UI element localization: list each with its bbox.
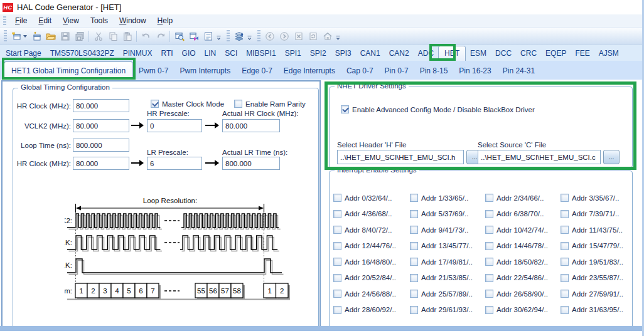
cut-button[interactable] xyxy=(91,29,105,43)
interrupt-addr-checkbox-25[interactable]: Addr 25/57/89/.. xyxy=(410,290,485,298)
device-tab-dcc[interactable]: DCC xyxy=(491,46,516,60)
het-tab-edge-interrupts[interactable]: Edge Interrupts xyxy=(278,62,341,80)
interrupt-addr-checkbox-18[interactable]: Addr 18/50/82/.. xyxy=(485,258,561,266)
interrupt-addr-checkbox-13[interactable]: Addr 13/45/77/.. xyxy=(410,242,485,250)
device-tab-sci[interactable]: SCI xyxy=(220,46,242,60)
copy-button[interactable] xyxy=(105,29,120,43)
source-file-field[interactable] xyxy=(478,150,601,164)
refresh-button[interactable] xyxy=(306,29,320,43)
interrupt-addr-checkbox-1[interactable]: Addr 1/33/65/.. xyxy=(410,194,485,202)
interrupt-addr-checkbox-4[interactable]: Addr 4/36/68/.. xyxy=(333,210,410,218)
lr-prescale-field[interactable] xyxy=(147,157,202,170)
hr-clock-bottom-field[interactable] xyxy=(73,157,129,170)
menu-window[interactable]: Window xyxy=(114,15,152,26)
interrupt-addr-checkbox-0[interactable]: Addr 0/32/64/.. xyxy=(333,194,410,202)
device-tab-fee[interactable]: FEE xyxy=(571,46,594,60)
device-tab-spi2[interactable]: SPI2 xyxy=(306,46,331,60)
interrupt-addr-checkbox-8[interactable]: Addr 8/40/72/.. xyxy=(333,226,410,234)
het-tab-pwm-0-7[interactable]: Pwm 0-7 xyxy=(133,62,174,80)
actual-hr-clock-field[interactable] xyxy=(222,119,280,132)
interrupt-addr-checkbox-29[interactable]: Addr 29/61/93/.. xyxy=(410,306,485,314)
device-tab-tms570ls0432pz[interactable]: TMS570LS0432PZ xyxy=(46,46,119,60)
preview-button[interactable] xyxy=(172,29,186,43)
header-file-field[interactable] xyxy=(337,150,464,164)
menu-grip[interactable] xyxy=(3,16,6,25)
interrupt-addr-checkbox-7[interactable]: Addr 7/39/71/.. xyxy=(561,210,631,218)
toolbar-grip[interactable] xyxy=(227,30,230,41)
device-tab-adc[interactable]: ADC xyxy=(414,46,438,60)
open-project-button[interactable] xyxy=(29,29,43,43)
source-file-browse-button[interactable]: ... xyxy=(603,150,620,164)
device-tab-can2[interactable]: CAN2 xyxy=(385,46,414,60)
forward-button[interactable] xyxy=(277,29,291,43)
device-tab-spi3[interactable]: SPI3 xyxy=(331,46,356,60)
interrupt-addr-checkbox-14[interactable]: Addr 14/46/78/.. xyxy=(485,242,561,250)
device-tab-pinmux[interactable]: PINMUX xyxy=(119,46,157,60)
interrupt-addr-checkbox-15[interactable]: Addr 15/47/79/.. xyxy=(561,242,631,250)
device-tab-crc[interactable]: CRC xyxy=(516,46,541,60)
device-tab-esm[interactable]: ESM xyxy=(466,46,491,60)
toolbar-overflow-button[interactable] xyxy=(246,30,253,43)
interrupt-addr-checkbox-17[interactable]: Addr 17/49/81/.. xyxy=(410,258,485,266)
interrupt-addr-checkbox-31[interactable]: Addr 31/63/95/.. xyxy=(561,306,631,314)
menu-view[interactable]: View xyxy=(57,15,85,26)
interrupt-addr-checkbox-23[interactable]: Addr 23/55/87/.. xyxy=(561,274,631,282)
device-tab-eqep[interactable]: EQEP xyxy=(541,46,571,60)
redo-button[interactable] xyxy=(153,29,168,43)
open-folder-button[interactable] xyxy=(43,29,58,43)
interrupt-addr-checkbox-21[interactable]: Addr 21/53/85/.. xyxy=(410,274,485,282)
interrupt-addr-checkbox-16[interactable]: Addr 16/48/80/.. xyxy=(333,258,410,266)
device-tab-het[interactable]: HET xyxy=(438,46,466,61)
home-button[interactable] xyxy=(320,29,335,43)
paste-button[interactable] xyxy=(120,29,134,43)
device-tab-start-page[interactable]: Start Page xyxy=(1,46,46,60)
menu-file[interactable]: File xyxy=(9,15,33,26)
toolbar-grip[interactable] xyxy=(4,30,7,41)
het-tab-het1-global-timing-configuration[interactable]: HET1 Global Timing Configuration xyxy=(4,61,133,80)
interrupt-addr-checkbox-26[interactable]: Addr 26/58/90/.. xyxy=(485,290,561,298)
master-clock-mode-checkbox[interactable]: Master Clock Mode xyxy=(151,100,224,108)
save-all-button[interactable] xyxy=(72,29,87,43)
enable-ram-parity-checkbox[interactable]: Enable Ram Parity xyxy=(234,100,306,108)
menu-tools[interactable]: Tools xyxy=(85,15,114,26)
interrupt-addr-checkbox-12[interactable]: Addr 12/44/76/.. xyxy=(333,242,410,250)
advanced-config-mode-checkbox[interactable]: Enable Advanced Config Mode / Disable Bl… xyxy=(341,105,535,113)
export-button[interactable] xyxy=(186,29,201,43)
device-tab-mibspi1[interactable]: MIBSPI1 xyxy=(242,46,280,60)
device-tab-can1[interactable]: CAN1 xyxy=(356,46,385,60)
het-tab-pin-24-31[interactable]: Pin 24-31 xyxy=(497,62,540,80)
new-project-button[interactable] xyxy=(9,29,23,43)
hr-clock-top-field[interactable] xyxy=(73,99,129,112)
toolbar-overflow-button[interactable] xyxy=(335,30,341,43)
save-button[interactable] xyxy=(58,29,72,43)
actual-lr-time-field[interactable] xyxy=(222,157,280,170)
device-tab-ajsm[interactable]: AJSM xyxy=(594,46,623,60)
interrupt-addr-checkbox-10[interactable]: Addr 10/42/74/.. xyxy=(485,226,561,234)
interrupt-addr-checkbox-28[interactable]: Addr 28/60/92/.. xyxy=(333,306,410,314)
device-tab-rti[interactable]: RTI xyxy=(156,46,177,60)
het-tab-pin-0-7[interactable]: Pin 0-7 xyxy=(379,62,414,80)
report-button[interactable] xyxy=(201,29,215,43)
toolbar-overflow-button[interactable] xyxy=(215,30,222,43)
interrupt-addr-checkbox-11[interactable]: Addr 11/43/75/.. xyxy=(561,226,631,234)
menu-edit[interactable]: Edit xyxy=(33,15,57,26)
het-tab-edge-0-7[interactable]: Edge 0-7 xyxy=(236,62,278,80)
hr-prescale-field[interactable] xyxy=(147,119,202,132)
interrupt-addr-checkbox-3[interactable]: Addr 3/35/67/.. xyxy=(561,194,631,202)
interrupt-addr-checkbox-5[interactable]: Addr 5/37/69/.. xyxy=(410,210,485,218)
generate-code-button[interactable] xyxy=(232,29,246,43)
vclk2-field[interactable] xyxy=(73,119,129,132)
interrupt-addr-checkbox-30[interactable]: Addr 30/62/94/.. xyxy=(485,306,561,314)
het-tab-pin-8-15[interactable]: Pin 8-15 xyxy=(414,62,454,80)
dropdown-caret-icon[interactable] xyxy=(23,35,27,39)
interrupt-addr-checkbox-22[interactable]: Addr 22/54/86/.. xyxy=(485,274,561,282)
undo-button[interactable] xyxy=(139,29,153,43)
device-tab-gio[interactable]: GIO xyxy=(178,46,200,60)
het-tab-cap-0-7[interactable]: Cap 0-7 xyxy=(341,62,379,80)
device-tab-lin[interactable]: LIN xyxy=(200,46,221,60)
device-tab-spi1[interactable]: SPI1 xyxy=(281,46,306,60)
interrupt-addr-checkbox-20[interactable]: Addr 20/52/84/.. xyxy=(333,274,410,282)
interrupt-addr-checkbox-9[interactable]: Addr 9/41/73/.. xyxy=(410,226,485,234)
interrupt-addr-checkbox-24[interactable]: Addr 24/56/88/.. xyxy=(333,290,410,298)
interrupt-addr-checkbox-27[interactable]: Addr 27/59/91/.. xyxy=(561,290,631,298)
